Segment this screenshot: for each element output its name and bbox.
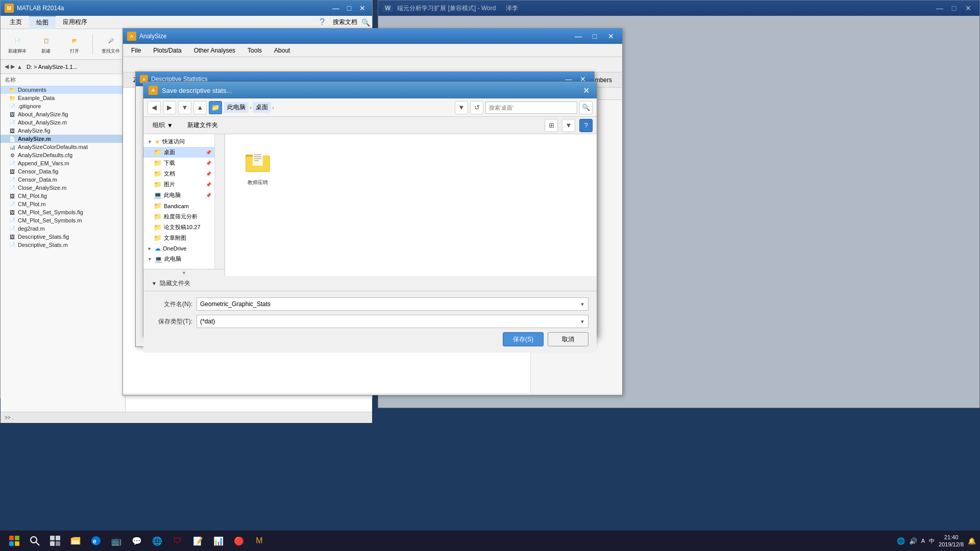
toolbar-open[interactable]: 📂 打开 [62, 31, 87, 58]
word-minimize-btn[interactable]: — [933, 3, 947, 14]
save-dialog-close-btn[interactable]: ✕ [580, 85, 592, 95]
sidebar-item-desc-fig[interactable]: 🖼 Descriptive_Stats.fig [1, 233, 125, 241]
toolbar-new[interactable]: 📋 新建 [33, 31, 59, 58]
sidebar-item-analysize-m[interactable]: 📄 AnalySize.m [1, 135, 125, 143]
help-btn[interactable]: ? [579, 119, 593, 132]
menu-about[interactable]: About [268, 45, 296, 56]
nav-search-dropdown-btn[interactable]: ▼ [455, 101, 468, 114]
tree-item-this-computer-qa[interactable]: 💻 此电脑 📌 [143, 190, 214, 201]
taskbar-input-icon[interactable]: A [921, 538, 925, 544]
taskbar-start-btn[interactable] [5, 532, 23, 550]
taskbar-word-btn[interactable]: 📝 [189, 532, 207, 550]
nav-back-btn[interactable]: ◀ [148, 101, 161, 114]
sidebar-item-censor-m[interactable]: 📄 Censor_Data.m [1, 176, 125, 184]
analysize-close-btn[interactable]: ✕ [604, 31, 618, 42]
taskbar-volume-icon[interactable]: 🔊 [909, 537, 917, 545]
menu-file[interactable]: File [125, 45, 147, 56]
sidebar-item-analysize-fig[interactable]: 🖼 AnalySize.fig [1, 127, 125, 135]
word-close-btn[interactable]: ✕ [961, 3, 975, 14]
sidebar-item-about-m[interactable]: 📄 About_AnalySize.m [1, 118, 125, 127]
sidebar-item-cm-m[interactable]: 📄 CM_Plot.m [1, 200, 125, 208]
sidebar-item-close[interactable]: 📄 Close_AnalySize.m [1, 184, 125, 192]
sub-tab-2[interactable] [148, 62, 168, 67]
taskbar-wechat-btn[interactable]: 💬 [128, 532, 146, 550]
sidebar-item-deg2rad[interactable]: 📄 deg2rad.m [1, 224, 125, 233]
taskbar-bilibili-btn[interactable]: 📺 [107, 532, 126, 550]
nav-up-btn[interactable]: ▲ [193, 101, 207, 114]
tree-item-onedrive[interactable]: ► ☁ OneDrive [143, 243, 214, 254]
filetype-input[interactable]: (*dat) ▼ [197, 315, 589, 328]
sub-tab-3[interactable] [168, 62, 188, 67]
nav-folder-btn[interactable]: 📁 [209, 101, 222, 114]
nav-search-btn[interactable]: 🔍 [579, 101, 593, 114]
nav-arrow-btn[interactable]: ▼ [178, 101, 191, 114]
sidebar-item-defaults[interactable]: ⚙ AnalySizeDefaults.cfg [1, 151, 125, 159]
menu-tools[interactable]: Tools [241, 45, 268, 56]
breadcrumb-back[interactable]: ◀ [5, 63, 9, 70]
sidebar-item-cm-fig[interactable]: 🖼 CM_Plot.fig [1, 192, 125, 200]
sidebar-item-example-data[interactable]: 📁 Example_Data [1, 94, 125, 102]
analysize-minimize-btn[interactable]: — [571, 31, 585, 42]
matlab-search-icon[interactable]: 🔍 [361, 18, 370, 27]
taskbar-clock[interactable]: 21:40 2019/12/8 [939, 534, 964, 548]
word-maximize-btn[interactable]: □ [947, 3, 961, 14]
matlab-tab-apps[interactable]: 应用程序 [56, 16, 94, 29]
path-segment-desktop[interactable]: 桌面 [253, 102, 271, 113]
taskbar-notification-icon[interactable]: 🔔 [968, 537, 976, 545]
matlab-tab-home[interactable]: 主页 [3, 16, 29, 29]
sidebar-item-cm-set-fig[interactable]: 🖼 CM_Plot_Set_Symbols.fig [1, 208, 125, 216]
tree-item-this-pc[interactable]: ▼ 💻 此电脑 [143, 254, 214, 264]
taskbar-antivirus-btn[interactable]: 🛡 [168, 532, 187, 550]
view-icons-btn[interactable]: ⊞ [545, 119, 558, 132]
folder-item-teacher[interactable]: 教师应聘 [237, 146, 278, 186]
save-btn[interactable]: 保存(S) [503, 332, 544, 346]
organize-btn[interactable]: 组织 ▼ [148, 119, 178, 131]
tree-item-documents[interactable]: 📁 文档 📌 [143, 168, 214, 179]
tree-item-quick-access[interactable]: ▼ ★ 快速访问 [143, 136, 214, 147]
analysize-maximize-btn[interactable]: □ [587, 31, 602, 42]
taskbar-excel-btn[interactable]: 📊 [209, 532, 228, 550]
taskbar-matlab-btn[interactable]: M [250, 532, 268, 550]
view-dropdown-btn[interactable]: ▼ [562, 119, 575, 132]
tree-item-bandicam[interactable]: 📁 Bandicam [143, 201, 214, 211]
path-segment-computer[interactable]: 此电脑 [224, 102, 249, 113]
matlab-close-btn[interactable]: ✕ [357, 4, 368, 13]
sidebar-item-append[interactable]: 📄 Append_EM_Vars.m [1, 159, 125, 167]
sidebar-item-documents[interactable]: 📁 Documents [1, 86, 125, 94]
tree-item-article-fig[interactable]: 📁 文章附图 [143, 233, 214, 243]
sidebar-item-colordefaults[interactable]: 📊 AnalySizeColorDefaults.mat [1, 143, 125, 151]
sidebar-item-censor-fig[interactable]: 🖼 Censor_Data.fig [1, 167, 125, 176]
sidebar-item-cm-set-m[interactable]: 📄 CM_Plot_Set_Symbols.m [1, 216, 125, 224]
cancel-btn[interactable]: 取消 [548, 332, 589, 346]
hidden-files-row[interactable]: ▼ 隐藏文件夹 [143, 276, 597, 291]
menu-plots-data[interactable]: Plots/Data [147, 45, 187, 56]
menu-other-analyses[interactable]: Other Analyses [188, 45, 241, 56]
breadcrumb-up[interactable]: ▲ [17, 64, 22, 70]
toolbar-find-file[interactable]: 🔎 查找文件 [98, 31, 124, 58]
matlab-minimize-btn[interactable]: — [330, 4, 341, 13]
nav-refresh-btn[interactable]: ↺ [470, 101, 483, 114]
taskbar-search-btn[interactable] [26, 532, 44, 550]
toolbar-new-script[interactable]: 📄 新建脚本 [5, 31, 30, 58]
sidebar-item-gitignore[interactable]: 📄 .gitignore [1, 102, 125, 110]
matlab-tab-plot[interactable]: 绘图 [29, 15, 56, 29]
taskbar-edge-btn[interactable]: e [87, 532, 105, 550]
matlab-maximize-btn[interactable]: □ [344, 4, 355, 13]
taskbar-taskview-btn[interactable] [46, 532, 64, 550]
tree-item-paper-submission[interactable]: 📁 论文投稿10.27 [143, 222, 214, 233]
matlab-search-input[interactable]: 搜索文档 [329, 18, 361, 27]
taskbar-browser-btn[interactable]: 🌐 [148, 532, 166, 550]
taskbar-pinyin-icon[interactable]: 中 [929, 537, 935, 545]
tree-item-desktop[interactable]: 📁 桌面 📌 [143, 147, 214, 158]
nav-search-input[interactable] [485, 102, 577, 114]
new-folder-btn[interactable]: 新建文件夹 [182, 119, 223, 131]
taskbar-media-btn[interactable]: 🔴 [230, 532, 248, 550]
tree-item-grain-analysis[interactable]: 📁 粒度筛元分析 [143, 211, 214, 222]
tree-item-pictures[interactable]: 📁 图片 📌 [143, 179, 214, 190]
breadcrumb-forward[interactable]: ▶ [11, 63, 15, 70]
matlab-help-btn[interactable]: ? [315, 17, 329, 28]
taskbar-explorer-btn[interactable] [66, 532, 85, 550]
filename-input[interactable]: Geometric_Graphic_Stats ▼ [197, 297, 589, 311]
sidebar-item-desc-m[interactable]: 📄 Descriptive_Stats.m [1, 241, 125, 249]
tree-item-downloads[interactable]: 📁 下载 📌 [143, 158, 214, 168]
